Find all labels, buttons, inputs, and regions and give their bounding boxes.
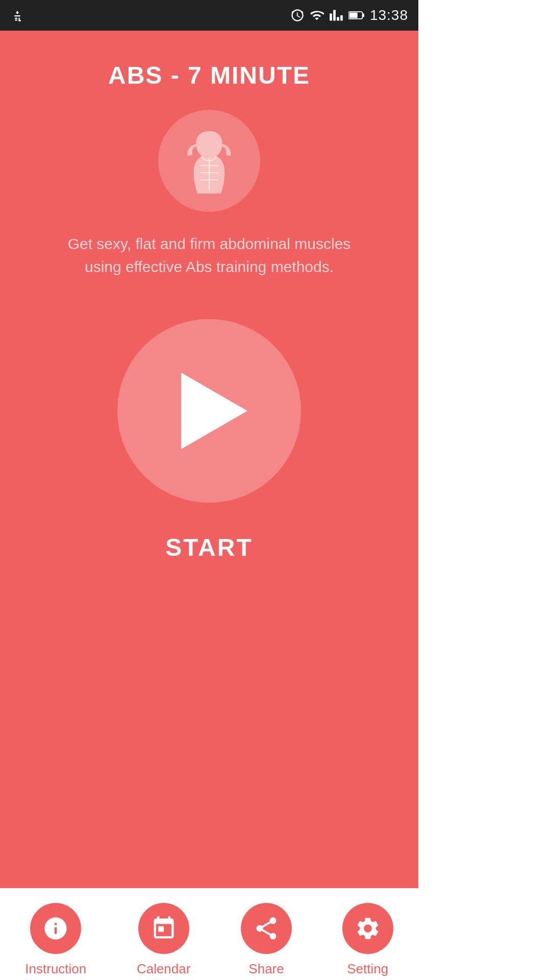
svg-rect-2 bbox=[349, 13, 358, 18]
hero-description: Get sexy, flat and firm abdominal muscle… bbox=[43, 232, 375, 278]
signal-icon bbox=[329, 8, 343, 22]
calendar-label: Calendar bbox=[137, 961, 191, 977]
nav-item-calendar[interactable]: Calendar bbox=[137, 903, 191, 977]
share-icon bbox=[253, 915, 280, 942]
nav-item-share[interactable]: Share bbox=[241, 903, 292, 977]
setting-label: Setting bbox=[347, 961, 388, 977]
setting-icon-circle bbox=[342, 903, 393, 954]
status-bar: 13:38 bbox=[0, 0, 418, 31]
start-label: START bbox=[165, 533, 253, 561]
status-bar-right: 13:38 bbox=[290, 7, 408, 23]
share-icon-circle bbox=[241, 903, 292, 954]
instruction-label: Instruction bbox=[25, 961, 86, 977]
app-title: ABS - 7 MINUTE bbox=[108, 61, 310, 89]
play-triangle-icon bbox=[181, 373, 247, 449]
usb-icon bbox=[10, 8, 24, 22]
wifi-icon bbox=[310, 8, 324, 22]
share-label: Share bbox=[248, 961, 284, 977]
abs-body-icon bbox=[176, 125, 242, 197]
bottom-nav: Instruction Calendar Share bbox=[0, 888, 418, 980]
abs-icon-container bbox=[158, 110, 260, 212]
instruction-icon-circle bbox=[30, 903, 81, 954]
battery-icon bbox=[348, 8, 365, 22]
status-bar-left bbox=[10, 8, 24, 22]
calendar-icon-circle bbox=[138, 903, 189, 954]
calendar-icon bbox=[151, 915, 177, 942]
gear-icon bbox=[355, 915, 381, 942]
main-content: ABS - 7 MINUTE Get sexy, flat and firm a… bbox=[0, 31, 418, 888]
play-button[interactable] bbox=[117, 319, 301, 503]
alarm-icon bbox=[290, 8, 305, 22]
nav-item-setting[interactable]: Setting bbox=[342, 903, 393, 977]
nav-items: Instruction Calendar Share bbox=[0, 903, 418, 977]
info-icon bbox=[42, 915, 69, 942]
nav-item-instruction[interactable]: Instruction bbox=[25, 903, 86, 977]
svg-rect-1 bbox=[362, 14, 364, 17]
status-time: 13:38 bbox=[370, 7, 408, 23]
